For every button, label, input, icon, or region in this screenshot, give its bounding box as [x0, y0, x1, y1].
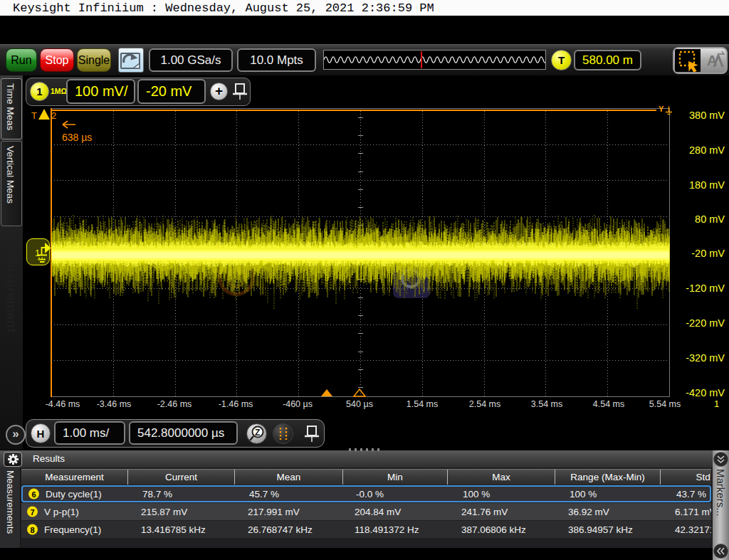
svg-text:1: 1 — [35, 248, 40, 258]
svg-text:Z: Z — [255, 428, 260, 438]
